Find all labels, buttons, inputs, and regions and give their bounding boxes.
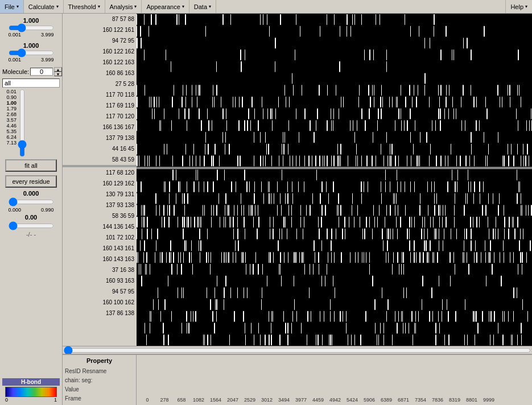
axis-9: 3977 xyxy=(292,397,310,403)
axis-6: 2529 xyxy=(241,397,258,403)
hbond-label: H-bond xyxy=(2,378,60,386)
menu-appearance[interactable]: Appearance ▾ xyxy=(142,0,189,13)
slider1-max: 3.999 xyxy=(41,32,54,38)
gradient-range: 0 1 xyxy=(5,397,57,403)
axis-17: 7836 xyxy=(429,397,446,403)
axis-13: 5906 xyxy=(361,397,378,403)
canvas-hscrollbar[interactable] xyxy=(64,347,531,354)
canvas-area[interactable] xyxy=(137,14,532,346)
viz-canvas xyxy=(137,14,532,346)
right-area: 87 57 88 160 122 161 94 72 95 160 122 16… xyxy=(63,14,532,405)
scale-label-4: 2.68 xyxy=(2,111,17,117)
menu-help-arrow: ▾ xyxy=(525,4,527,9)
value2-slider[interactable] xyxy=(9,222,54,230)
value1-label: 0.000 xyxy=(2,190,60,197)
row-label-10: 166 136 167 xyxy=(63,122,137,133)
axis-19: 8801 xyxy=(463,397,480,403)
row-label-16: 130 79 131 xyxy=(63,189,137,200)
bottom-values: 0 278 658 1082 1564 2047 2529 3012 3494 … xyxy=(137,355,532,405)
bottom-panel: Property ResID Resname chain: seg: Value… xyxy=(63,354,532,405)
value1-slider[interactable] xyxy=(9,198,54,206)
slider2-input[interactable] xyxy=(9,49,54,57)
row-label-1: 160 122 161 xyxy=(63,24,137,35)
menu-file[interactable]: File ▾ xyxy=(0,0,24,13)
row-label-6: 27 5 28 xyxy=(63,78,137,89)
menu-threshold[interactable]: Threshold ▾ xyxy=(64,0,105,13)
row-label-26: 160 100 162 xyxy=(63,297,137,308)
menu-threshold-arrow: ▾ xyxy=(98,4,100,9)
scale-label-6: 4.46 xyxy=(2,123,17,129)
menu-threshold-label: Threshold xyxy=(68,3,96,10)
row-label-3: 160 122 162 xyxy=(63,46,137,57)
row-label-18: 58 36 59 xyxy=(63,210,137,221)
row-label-4: 160 122 163 xyxy=(63,57,137,68)
row-label-24: 160 93 163 xyxy=(63,275,137,286)
value2-label: 0.00 xyxy=(2,214,60,221)
menu-data[interactable]: Data ▾ xyxy=(189,0,216,13)
value1-range: 0.000 0.990 xyxy=(9,207,54,213)
axis-11: 4942 xyxy=(327,397,344,403)
row-label-8: 117 69 119 xyxy=(63,100,137,111)
row-label-9: 117 70 120 xyxy=(63,111,137,122)
row-label-0: 87 57 88 xyxy=(63,14,137,24)
slider1-input[interactable] xyxy=(9,24,54,32)
axis-20: 9999 xyxy=(480,397,497,403)
slider2-range: 0.001 3.999 xyxy=(9,57,54,63)
search-input[interactable] xyxy=(2,78,60,88)
scale-label-8: 6.24 xyxy=(2,134,17,140)
row-label-2: 94 72 95 xyxy=(63,35,137,46)
scale-label-3: 1.79 xyxy=(2,106,17,111)
axis-14: 6389 xyxy=(378,397,395,403)
bottom-axis: 0 278 658 1082 1564 2047 2529 3012 3494 … xyxy=(139,386,530,403)
menu-analysis[interactable]: Analysis ▾ xyxy=(105,0,142,13)
row-label-19: 144 136 145 xyxy=(63,221,137,232)
gradient-min: 0 xyxy=(5,397,8,403)
menu-appearance-arrow: ▾ xyxy=(182,4,184,9)
menu-analysis-label: Analysis xyxy=(110,3,133,10)
axis-0: 0 xyxy=(139,397,156,403)
scale-label-1: 0.90 xyxy=(2,94,17,100)
molecule-spinner: ▲ ▼ xyxy=(54,67,62,76)
axis-1: 278 xyxy=(156,397,173,403)
axis-18: 8319 xyxy=(446,397,463,403)
axis-10: 4459 xyxy=(310,397,327,403)
row-label-13: 58 43 59 xyxy=(63,154,137,165)
row-label-27: 137 86 138 xyxy=(63,308,137,319)
range1-max: 0.990 xyxy=(41,207,54,213)
scale-label-2: 1.00 xyxy=(2,100,17,106)
dash-label: -/- - xyxy=(2,231,60,238)
scale-label-0: 0.01 xyxy=(2,89,17,94)
molecule-label: Molecule: xyxy=(2,68,29,75)
menu-data-label: Data xyxy=(194,3,207,10)
axis-5: 2047 xyxy=(224,397,241,403)
menu-help[interactable]: Help ▾ xyxy=(505,0,532,13)
row-label-20: 101 72 102 xyxy=(63,232,137,243)
row-labels: 87 57 88 160 122 161 94 72 95 160 122 16… xyxy=(63,14,137,346)
left-panel: 1.000 0.001 3.999 1.000 0.001 3.999 Mole… xyxy=(0,14,63,405)
property-row-3: Frame xyxy=(65,395,134,403)
menu-calculate[interactable]: Calculate ▾ xyxy=(24,0,64,13)
property-row-2: Value xyxy=(65,386,134,394)
scale-label-9: 7.13 xyxy=(2,140,17,146)
axis-12: 5424 xyxy=(344,397,361,403)
row-label-22: 160 143 163 xyxy=(63,254,137,265)
molecule-input[interactable] xyxy=(30,68,53,76)
molecule-up-btn[interactable]: ▲ xyxy=(54,67,62,72)
slider2-group: 1.000 0.001 3.999 xyxy=(2,41,60,64)
row-label-25: 94 57 95 xyxy=(63,286,137,297)
row-label-21: 160 143 161 xyxy=(63,243,137,254)
scale-label-5: 3.57 xyxy=(2,117,17,123)
menu-calculate-label: Calculate xyxy=(28,3,55,10)
fit-all-button[interactable]: fit all xyxy=(5,159,57,172)
slider1-min: 0.001 xyxy=(9,32,22,38)
scale-label-7: 5.35 xyxy=(2,129,17,134)
row-label-15: 160 129 162 xyxy=(63,178,137,189)
hbond-section: H-bond 0 1 xyxy=(2,376,60,403)
menu-appearance-label: Appearance xyxy=(146,3,180,10)
gradient-max: 1 xyxy=(54,397,57,403)
axis-3: 1082 xyxy=(190,397,207,403)
color-gradient-bar xyxy=(5,387,57,397)
every-residue-button[interactable]: every residue xyxy=(5,175,57,188)
molecule-down-btn[interactable]: ▼ xyxy=(54,72,62,76)
scale-slider[interactable] xyxy=(18,89,27,157)
